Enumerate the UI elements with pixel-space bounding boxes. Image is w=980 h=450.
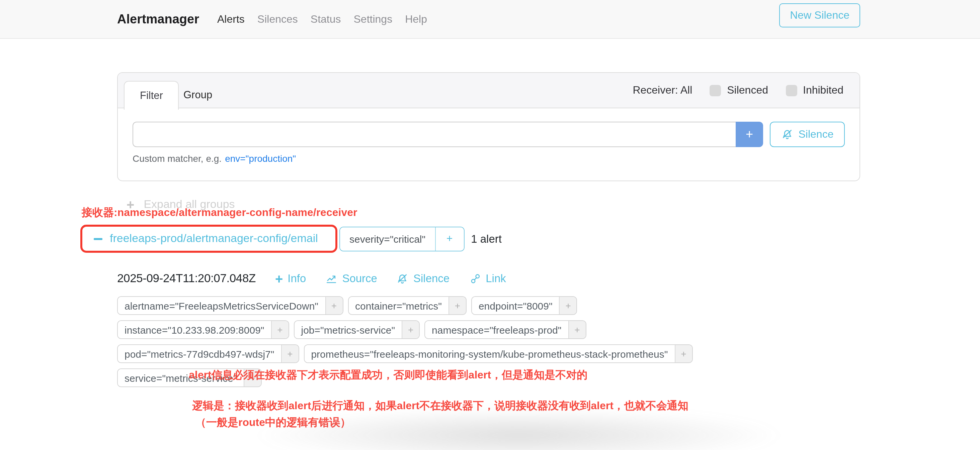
alert-info-label: Info bbox=[288, 272, 306, 285]
receiver-group-row: freeleaps-prod/alertmanager-config/email… bbox=[80, 225, 502, 253]
label-tag-alertname: alertname="FreeleapsMetricsServiceDown" … bbox=[117, 296, 343, 315]
label-tag-instance: instance="10.233.98.209:8009" + bbox=[117, 320, 289, 339]
group-matcher-add-button[interactable]: + bbox=[436, 227, 463, 250]
bell-slash-icon bbox=[397, 273, 409, 285]
alert-silence-button[interactable]: Silence bbox=[397, 272, 450, 285]
inhibited-checkbox[interactable] bbox=[786, 85, 797, 96]
inhibited-checkbox-row[interactable]: Inhibited bbox=[786, 84, 843, 96]
matcher-helper-text: Custom matcher, e.g. bbox=[132, 153, 221, 164]
filter-panel-body: + Silence Custom matcher, e.g.env="produ… bbox=[118, 108, 859, 164]
receiver-group-name: freeleaps-prod/alertmanager-config/email bbox=[110, 232, 318, 246]
label-tag-button[interactable]: endpoint="8009" bbox=[472, 297, 559, 314]
label-tag-endpoint: endpoint="8009" + bbox=[471, 296, 578, 315]
annotation-red-box: freeleaps-prod/alertmanager-config/email bbox=[80, 225, 337, 253]
matcher-input[interactable] bbox=[132, 122, 736, 147]
label-tag-button[interactable]: alertname="FreeleapsMetricsServiceDown" bbox=[118, 297, 325, 314]
link-icon bbox=[469, 273, 481, 285]
label-tag-button[interactable]: pod="metrics-77d9cdb497-wdsj7" bbox=[118, 345, 281, 363]
label-tag-button[interactable]: container="metrics" bbox=[348, 297, 449, 314]
group-matcher-button[interactable]: severity="critical" bbox=[340, 227, 436, 250]
tab-group-label: Group bbox=[183, 89, 212, 101]
add-matcher-button[interactable]: + bbox=[736, 122, 763, 147]
alert-source-label: Source bbox=[342, 272, 377, 285]
filter-panel-header: Receiver: All Silenced Inhibited bbox=[118, 73, 859, 108]
silence-filter-button[interactable]: Silence bbox=[770, 122, 845, 147]
annotation-logic-line1: 逻辑是：接收器收到alert后进行通知，如果alert不在接收器下，说明接收器没… bbox=[192, 397, 689, 414]
label-tag-button[interactable]: instance="10.233.98.209:8009" bbox=[118, 321, 271, 338]
label-tag-job: job="metrics-service" + bbox=[294, 320, 420, 339]
alert-silence-label: Silence bbox=[414, 272, 450, 285]
main-nav: Alerts Silences Status Settings Help bbox=[217, 13, 427, 25]
alert-header-row: 2025-09-24T11:20:07.048Z + Info Source S… bbox=[117, 271, 506, 285]
silenced-checkbox[interactable] bbox=[710, 85, 721, 96]
label-tag-add-button[interactable]: + bbox=[568, 321, 585, 338]
label-tag-pod: pod="metrics-77d9cdb497-wdsj7" + bbox=[117, 344, 299, 363]
receiver-group-button[interactable]: freeleaps-prod/alertmanager-config/email bbox=[82, 232, 318, 246]
inhibited-label: Inhibited bbox=[803, 84, 843, 96]
label-tag-add-button[interactable]: + bbox=[281, 345, 298, 363]
plus-icon: + bbox=[275, 272, 283, 285]
label-tag-add-button[interactable]: + bbox=[325, 297, 342, 314]
label-tag-namespace: namespace="freeleaps-prod" + bbox=[425, 320, 586, 339]
page: Alertmanager Alerts Silences Status Sett… bbox=[0, 0, 980, 450]
alert-link-button[interactable]: Link bbox=[469, 272, 506, 285]
tab-filter[interactable]: Filter bbox=[124, 81, 179, 110]
label-tag-add-button[interactable]: + bbox=[675, 345, 692, 363]
nav-settings[interactable]: Settings bbox=[354, 13, 393, 25]
annotation-logic-line2: （一般是route中的逻辑有错误） bbox=[196, 414, 689, 431]
label-tag-add-button[interactable]: + bbox=[271, 321, 288, 338]
alert-count: 1 alert bbox=[471, 232, 502, 245]
navbar: Alertmanager Alerts Silences Status Sett… bbox=[0, 0, 980, 39]
label-tag-add-button[interactable]: + bbox=[449, 297, 466, 314]
label-tag-add-button[interactable]: + bbox=[559, 297, 577, 314]
annotation-logic-note: 逻辑是：接收器收到alert后进行通知，如果alert不在接收器下，说明接收器没… bbox=[192, 397, 689, 431]
label-tag-container: container="metrics" + bbox=[348, 296, 466, 315]
annotation-alert-note: alert信息必须在接收器下才表示配置成功，否则即使能看到alert，但是通知是… bbox=[189, 368, 587, 382]
chart-icon bbox=[325, 273, 337, 285]
silence-filter-label: Silence bbox=[799, 128, 834, 140]
receiver-dropdown[interactable]: Receiver: All bbox=[633, 84, 692, 96]
alert-link-label: Link bbox=[486, 272, 506, 285]
label-tag-button[interactable]: prometheus="freeleaps-monitoring-system/… bbox=[304, 345, 675, 363]
annotation-receiver-note: 接收器:namespace/altermanager-config-name/r… bbox=[82, 206, 357, 220]
matcher-example-link[interactable]: env="production" bbox=[225, 153, 296, 164]
filter-panel: Filter Group Receiver: All Silenced Inhi… bbox=[117, 72, 860, 181]
tab-filter-label: Filter bbox=[140, 90, 163, 101]
app-title[interactable]: Alertmanager bbox=[117, 12, 199, 26]
tab-group[interactable]: Group bbox=[183, 81, 212, 109]
label-tag-button[interactable]: namespace="freeleaps-prod" bbox=[425, 321, 568, 338]
new-silence-button[interactable]: New Silence bbox=[779, 3, 860, 27]
bell-slash-icon bbox=[781, 128, 793, 140]
silenced-label: Silenced bbox=[727, 84, 768, 96]
label-tag-prometheus: prometheus="freeleaps-monitoring-system/… bbox=[304, 344, 692, 363]
nav-help[interactable]: Help bbox=[405, 13, 427, 25]
nav-alerts[interactable]: Alerts bbox=[217, 13, 245, 25]
alert-timestamp: 2025-09-24T11:20:07.048Z bbox=[117, 271, 256, 285]
alert-source-link[interactable]: Source bbox=[325, 272, 377, 285]
alert-info-button[interactable]: + Info bbox=[275, 272, 306, 285]
collapse-icon bbox=[94, 238, 102, 240]
silenced-checkbox-row[interactable]: Silenced bbox=[710, 84, 768, 96]
nav-silences[interactable]: Silences bbox=[258, 13, 298, 25]
group-matcher: severity="critical" + bbox=[339, 227, 464, 251]
nav-status[interactable]: Status bbox=[310, 13, 341, 25]
label-tag-add-button[interactable]: + bbox=[402, 321, 419, 338]
label-tag-button[interactable]: job="metrics-service" bbox=[294, 321, 402, 338]
